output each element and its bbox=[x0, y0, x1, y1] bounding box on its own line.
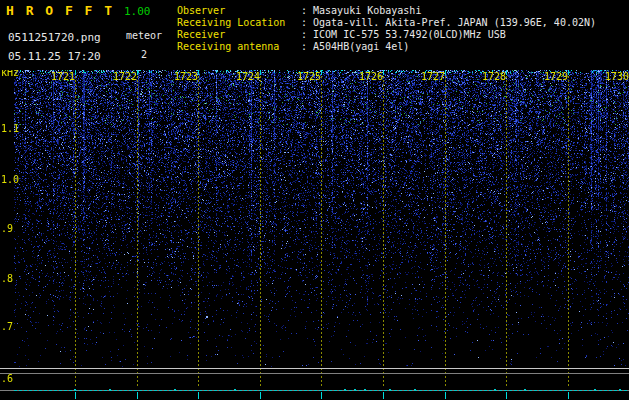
info-label: Receiving Location bbox=[177, 17, 301, 29]
time-label: 1725 bbox=[294, 71, 324, 82]
time-label: 1729 bbox=[541, 71, 571, 82]
echo-count: 2 bbox=[141, 49, 147, 60]
info-row-receiver: Receiver : ICOM IC-575 53.7492(0LCD)MHz … bbox=[177, 29, 596, 41]
time-label: 1724 bbox=[233, 71, 263, 82]
info-value: : Masayuki Kobayashi bbox=[301, 5, 421, 17]
time-label: 1723 bbox=[171, 71, 201, 82]
freq-label: .7 bbox=[1, 321, 13, 332]
info-row-observer: Observer : Masayuki Kobayashi bbox=[177, 5, 596, 17]
freq-label: .6 bbox=[1, 373, 13, 384]
observation-mode: meteor bbox=[126, 30, 162, 41]
app-version: 1.00 bbox=[124, 5, 151, 18]
time-label: 1726 bbox=[356, 71, 386, 82]
info-value: : Ogata-vill. Akita-Pref. JAPAN (139.96E… bbox=[301, 17, 596, 29]
info-value: : A504HB(yagi 4el) bbox=[301, 41, 409, 53]
info-row-antenna: Receiving antenna : A504HB(yagi 4el) bbox=[177, 41, 596, 53]
info-label: Receiver bbox=[177, 29, 301, 41]
date-time: 05.11.25 17:20 bbox=[8, 50, 101, 63]
time-label: 1730 bbox=[602, 71, 629, 82]
freq-label: .8 bbox=[1, 273, 13, 284]
time-label: 1727 bbox=[418, 71, 448, 82]
freq-label: 1.0 bbox=[1, 174, 19, 185]
info-value: : ICOM IC-575 53.7492(0LCD)MHz USB bbox=[301, 29, 506, 41]
info-row-location: Receiving Location : Ogata-vill. Akita-P… bbox=[177, 17, 596, 29]
info-label: Receiving antenna bbox=[177, 41, 301, 53]
info-label: Observer bbox=[177, 5, 301, 17]
freq-label: .9 bbox=[1, 223, 13, 234]
time-label: 1721 bbox=[48, 71, 78, 82]
station-info: Observer : Masayuki Kobayashi Receiving … bbox=[177, 5, 596, 53]
spectrogram-canvas bbox=[0, 70, 629, 400]
freq-label: 1.1 bbox=[1, 123, 19, 134]
time-label: 1728 bbox=[479, 71, 509, 82]
header-bar: H R O F F T 1.00 0511251720.png meteor 0… bbox=[0, 0, 629, 70]
app-title: H R O F F T bbox=[6, 3, 114, 18]
time-label: 1722 bbox=[110, 71, 140, 82]
output-filename: 0511251720.png bbox=[8, 31, 101, 44]
